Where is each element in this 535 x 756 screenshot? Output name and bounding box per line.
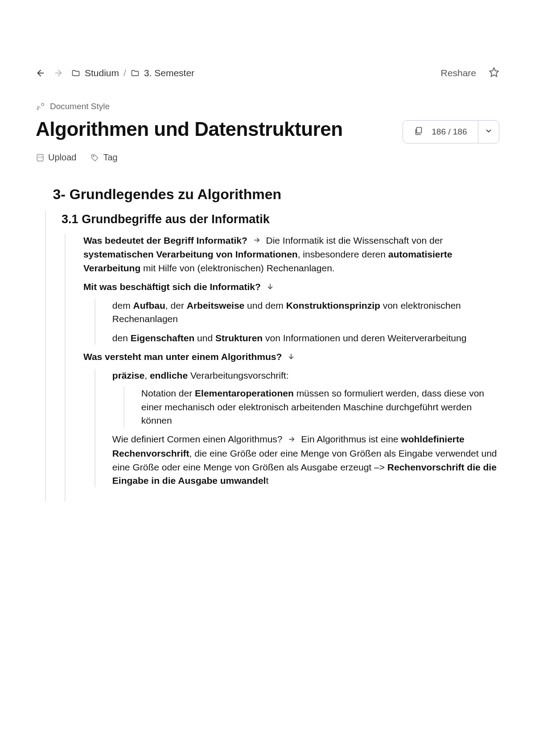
- svg-point-3: [41, 103, 44, 106]
- upload-label: Upload: [48, 152, 76, 163]
- question-text: Was versteht man unter einem Algorithmus…: [83, 351, 282, 362]
- outline-item: Mit was beschäftigt sich die Informatik?…: [83, 280, 499, 345]
- outline-item: dem Aufbau, der Arbeitsweise und dem Kon…: [112, 299, 499, 326]
- favorite-button[interactable]: [489, 67, 499, 79]
- arrow-left-icon: [36, 68, 45, 78]
- nav-forward-button[interactable]: [54, 68, 63, 78]
- star-icon: [489, 67, 499, 78]
- svg-rect-5: [417, 127, 422, 133]
- upload-icon: PDF: [36, 153, 45, 162]
- outline-item-empty: [83, 493, 499, 502]
- breadcrumb-folder-2[interactable]: 3. Semester: [144, 68, 194, 78]
- breadcrumb-folder-1[interactable]: Studium: [85, 68, 119, 78]
- nav-back-button[interactable]: [36, 68, 45, 78]
- actions-row: PDF Upload Tag: [36, 152, 499, 163]
- flashcards-toggle[interactable]: 186 / 186: [403, 120, 499, 143]
- svg-point-4: [37, 109, 38, 110]
- page-title: Algorithmen und Datenstrukturen: [36, 118, 343, 141]
- outline-item: Was versteht man unter einem Algorithmus…: [83, 350, 499, 487]
- arrow-right-icon: [253, 234, 261, 248]
- folder-icon: [131, 69, 140, 78]
- sub-items: präzise, endliche Verarbeitungsvorschrif…: [95, 369, 499, 488]
- heading-level-3: 3.1 Grundbegriffe aus der Informatik: [62, 211, 499, 228]
- breadcrumb: Studium / 3. Semester: [71, 68, 194, 78]
- heading-level-2: 3- Grundlegendes zu Algorithmen: [53, 184, 499, 204]
- arrow-down-icon: [287, 351, 295, 364]
- topbar: Studium / 3. Semester Reshare: [36, 67, 499, 79]
- tag-button[interactable]: Tag: [91, 152, 117, 163]
- reshare-button[interactable]: Reshare: [441, 68, 476, 78]
- svg-point-8: [93, 155, 94, 156]
- sub-items: Notation der Elementaroperationen müssen…: [123, 387, 499, 427]
- outline-item: Notation der Elementaroperationen müssen…: [141, 387, 499, 427]
- chevron-down-icon: [485, 127, 493, 135]
- svg-text:PDF: PDF: [38, 155, 43, 158]
- upload-button[interactable]: PDF Upload: [36, 152, 76, 163]
- outline-item: den Eigenschaften und Strukturen von Inf…: [112, 331, 499, 345]
- outline-content: 3- Grundlegendes zu Algorithmen 3.1 Grun…: [36, 184, 499, 502]
- items-container: Was bedeutet der Begriff Informatik? Die…: [65, 234, 499, 502]
- arrow-down-icon: [266, 281, 274, 294]
- flashcards-count-area: 186 / 186: [403, 126, 477, 138]
- topbar-right: Reshare: [441, 67, 499, 79]
- question-text: Mit was beschäftigt sich die Informatik?: [83, 282, 261, 292]
- title-row: Algorithmen und Datenstrukturen 186 / 18…: [36, 118, 499, 143]
- svg-marker-2: [490, 68, 498, 77]
- arrow-right-icon: [54, 68, 63, 78]
- folder-icon: [71, 69, 80, 78]
- question-text: Wie definiert Cormen einen Algorithmus?: [112, 434, 283, 444]
- breadcrumb-separator: /: [123, 68, 126, 78]
- topbar-left: Studium / 3. Semester: [36, 68, 194, 78]
- question-text: Was bedeutet der Begriff Informatik?: [83, 235, 247, 245]
- flashcards-expand-button[interactable]: [478, 127, 499, 137]
- outline-item: präzise, endliche Verarbeitungsvorschrif…: [112, 369, 499, 428]
- document-style-icon: [36, 102, 45, 111]
- tag-label: Tag: [103, 152, 117, 163]
- cards-icon: [414, 126, 424, 138]
- arrow-right-icon: [288, 433, 296, 447]
- outline-item: Wie definiert Cormen einen Algorithmus? …: [112, 433, 499, 487]
- flashcards-count: 186 / 186: [432, 127, 467, 137]
- tag-icon: [91, 153, 99, 162]
- outline-item: Was bedeutet der Begriff Informatik? Die…: [83, 234, 499, 275]
- section-3-1: 3.1 Grundbegriffe aus der Informatik Was…: [45, 211, 499, 502]
- document-style-row[interactable]: Document Style: [36, 102, 499, 111]
- document-style-label: Document Style: [50, 102, 110, 111]
- sub-items: dem Aufbau, der Arbeitsweise und dem Kon…: [95, 299, 499, 345]
